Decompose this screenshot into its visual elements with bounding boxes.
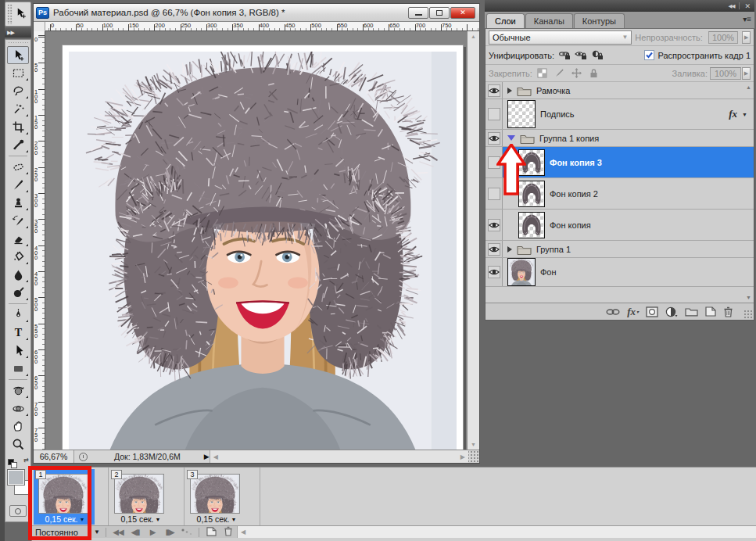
frame-duration[interactable]: 0,15 сек.▼ <box>113 514 169 525</box>
blur-tool[interactable] <box>5 266 30 284</box>
horizontal-scrollbar[interactable]: ◀ ▶ <box>210 450 468 463</box>
brush-tool[interactable] <box>5 176 30 194</box>
propagate-frame-checkbox[interactable] <box>644 50 654 60</box>
visibility-eye-icon[interactable] <box>488 84 500 97</box>
new-group-icon[interactable] <box>685 306 698 317</box>
crop-tool[interactable] <box>5 118 30 136</box>
scroll-right-icon[interactable]: ▶ <box>460 453 465 460</box>
layer-name[interactable]: Рамочка <box>536 86 570 95</box>
lock-transparency-icon[interactable] <box>536 67 549 79</box>
scroll-left-icon[interactable]: ◀ <box>241 528 245 536</box>
fx-badge-icon[interactable]: fx <box>729 108 737 120</box>
frame-duration[interactable]: 0,15 сек.▼ <box>188 514 245 525</box>
burn-tool[interactable] <box>5 284 30 302</box>
scroll-up-icon[interactable]: ▲ <box>471 31 476 41</box>
panel-grip[interactable] <box>7 4 13 24</box>
resize-grip[interactable] <box>468 450 479 463</box>
visibility-eye-icon[interactable] <box>488 243 500 256</box>
animation-frame-2[interactable]: 20,15 сек.▼ <box>108 468 184 525</box>
group-expand-triangle-open[interactable] <box>507 135 515 141</box>
canvas-area[interactable] <box>45 31 467 450</box>
foreground-color-swatch[interactable] <box>7 469 25 485</box>
resize-grip[interactable] <box>743 310 753 319</box>
group-expand-triangle[interactable] <box>507 246 512 253</box>
fill-value[interactable]: 100% <box>710 67 741 80</box>
visibility-toggle-empty[interactable] <box>488 108 500 120</box>
loop-dropdown-icon[interactable]: ▼ <box>91 528 102 536</box>
zoom-tool[interactable] <box>5 435 30 453</box>
magic-wand-tool[interactable] <box>5 100 30 118</box>
layer-row[interactable]: Рамочка <box>485 82 754 99</box>
delete-layer-icon[interactable] <box>723 306 733 317</box>
delete-frame-button[interactable] <box>220 526 237 538</box>
quick-mask-button[interactable] <box>9 505 27 517</box>
status-flyout-icon[interactable]: ▶ <box>204 453 210 460</box>
layer-name[interactable]: Подпись <box>540 109 575 119</box>
previous-frame-button[interactable]: ◀▮ <box>127 528 144 536</box>
zoom-level-field[interactable]: 66,67% <box>34 450 74 463</box>
first-frame-button[interactable]: ◀◀ <box>109 528 127 536</box>
play-button[interactable]: ▶ <box>144 528 161 536</box>
clone-stamp-tool[interactable] <box>5 194 30 212</box>
collapse-panels-icon[interactable]: ◀◀ <box>728 3 734 9</box>
unify-position-icon[interactable] <box>557 49 571 61</box>
eyedropper-tool[interactable] <box>5 136 30 154</box>
lock-all-icon[interactable] <box>587 67 600 79</box>
vertical-scrollbar[interactable]: ▲ ▼ <box>467 31 479 450</box>
scroll-down-icon[interactable]: ▼ <box>746 295 751 300</box>
path-selection-tool[interactable] <box>5 342 30 360</box>
layer-name[interactable]: Фон копия 3 <box>550 158 602 167</box>
visibility-eye-icon[interactable] <box>488 266 500 278</box>
layer-name[interactable]: Группа 1 копия <box>539 134 599 143</box>
layer-thumbnail[interactable] <box>507 258 536 286</box>
opacity-spinner[interactable]: ▶ <box>742 31 751 44</box>
3d-rotate-tool[interactable] <box>5 382 30 399</box>
paint-bucket-tool[interactable] <box>5 248 30 266</box>
close-icon[interactable]: ✕ <box>744 2 751 10</box>
layer-name[interactable]: Фон копия 2 <box>550 189 598 199</box>
new-frame-button[interactable] <box>202 527 220 538</box>
layer-row[interactable]: Группа 1 <box>485 241 754 258</box>
lasso-tool[interactable] <box>5 82 30 100</box>
move-tool[interactable] <box>7 46 29 64</box>
unify-visibility-icon[interactable] <box>574 49 587 61</box>
visibility-eye-icon[interactable] <box>488 132 500 145</box>
frame-thumbnail[interactable] <box>190 474 240 514</box>
minimize-button[interactable] <box>408 7 428 19</box>
layer-name[interactable]: Фон копия <box>550 220 591 230</box>
group-expand-triangle[interactable] <box>507 88 512 94</box>
blend-mode-select[interactable]: Обычные▼ <box>489 30 632 45</box>
healing-brush-tool[interactable] <box>5 158 30 176</box>
layer-row[interactable]: Фон <box>485 258 754 287</box>
close-button[interactable]: ✕ <box>450 7 475 19</box>
hand-tool[interactable] <box>5 417 30 435</box>
frame-thumbnail[interactable] <box>114 474 164 514</box>
panel-grip[interactable] <box>8 41 28 45</box>
next-frame-button[interactable]: ▮▶ <box>161 528 178 536</box>
lock-position-icon[interactable] <box>570 67 583 79</box>
tab-layers[interactable]: Слои <box>486 13 525 28</box>
fx-expand-icon[interactable]: ▼ <box>742 112 747 117</box>
layer-name[interactable]: Фон <box>540 267 557 277</box>
layer-style-fx-icon[interactable]: fx▾ <box>627 306 639 318</box>
opacity-value[interactable]: 100% <box>708 31 739 44</box>
visibility-eye-icon[interactable] <box>488 219 500 231</box>
new-layer-icon[interactable] <box>705 306 716 317</box>
pen-tool[interactable] <box>5 306 30 324</box>
animation-frame-3[interactable]: 30,15 сек.▼ <box>184 468 260 525</box>
add-layer-mask-icon[interactable] <box>646 306 658 317</box>
rectangular-marquee-tool[interactable] <box>5 64 30 82</box>
link-layers-icon[interactable] <box>606 308 620 316</box>
panel-menu-icon[interactable]: ▾≡ <box>743 15 751 23</box>
layer-row[interactable]: Фон копия <box>485 210 754 241</box>
scroll-left-icon[interactable]: ◀ <box>213 453 218 460</box>
fill-spinner[interactable]: ▶ <box>742 67 751 80</box>
tab-paths[interactable]: Контуры <box>574 13 625 28</box>
tools-collapse-bar[interactable]: ▶▶ <box>5 28 31 38</box>
shape-tool[interactable] <box>5 360 30 378</box>
tab-channels[interactable]: Каналы <box>525 13 573 28</box>
new-adjustment-layer-icon[interactable] <box>665 306 678 317</box>
eraser-tool[interactable] <box>5 230 30 248</box>
3d-orbit-tool[interactable] <box>5 399 30 417</box>
document-titlebar[interactable]: Ps Рабочий материал.psd @ 66,7% (Фон коп… <box>34 4 479 22</box>
